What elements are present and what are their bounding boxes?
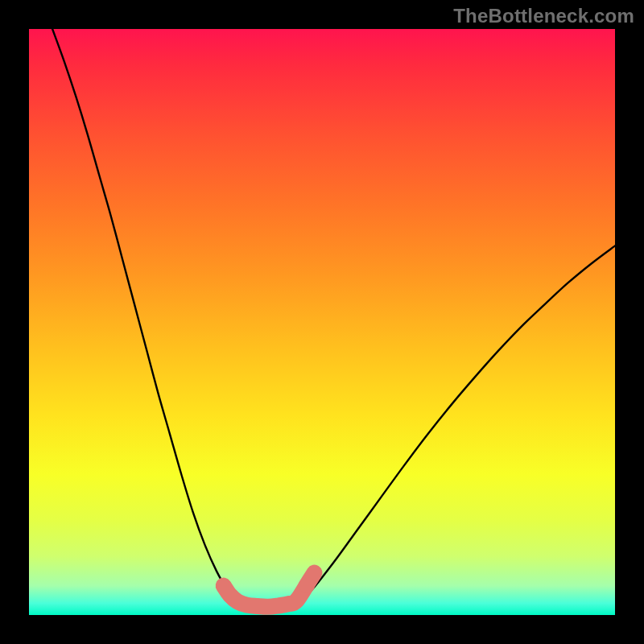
bottleneck-curve [52, 29, 615, 607]
valley-marker-group [224, 573, 315, 607]
chart-frame: TheBottleneck.com [0, 0, 644, 644]
chart-svg [29, 29, 615, 615]
watermark-text: TheBottleneck.com [453, 5, 634, 27]
plot-area [29, 29, 615, 615]
valley-marker-dot [299, 577, 315, 593]
